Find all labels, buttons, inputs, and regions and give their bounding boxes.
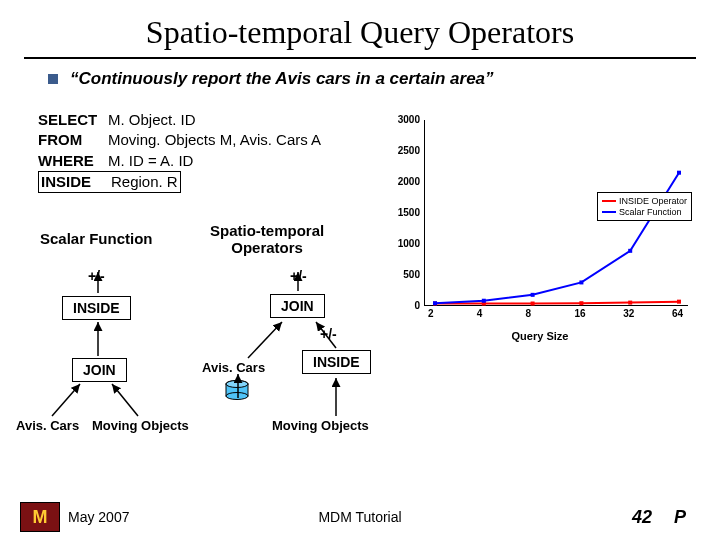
sql-block: SELECTM. Object. ID FROMMoving. Objects … <box>38 110 321 193</box>
xtick: 64 <box>672 308 683 319</box>
legend-swatch-1 <box>602 200 616 202</box>
svg-rect-15 <box>531 302 535 306</box>
svg-rect-18 <box>677 300 681 304</box>
ytick: 2000 <box>392 176 420 187</box>
purdue-logo-icon: P <box>660 502 700 532</box>
xtick: 8 <box>526 308 532 319</box>
svg-rect-16 <box>579 301 583 305</box>
svg-point-2 <box>226 393 248 400</box>
ytick: 0 <box>392 300 420 311</box>
ytick: 3000 <box>392 114 420 125</box>
footer-right: 42 P <box>632 502 700 532</box>
slide-footer: M May 2007 MDM Tutorial 42 P <box>0 502 720 532</box>
kw-where: WHERE <box>38 151 108 171</box>
sto-title-l1: Spatio-temporal <box>210 222 324 239</box>
svg-rect-22 <box>579 280 583 284</box>
svg-line-7 <box>112 384 138 416</box>
svg-line-6 <box>52 384 80 416</box>
sto-title-l2: Operators <box>231 239 303 256</box>
line-chart: Tuples in the Pipeline INSIDE Operator S… <box>380 112 700 342</box>
t2-inside-box: INSIDE <box>302 350 371 374</box>
t2-pm2: +/- <box>320 326 337 342</box>
bullet-icon <box>48 74 58 84</box>
t1-inside-box: INSIDE <box>62 296 131 320</box>
subtitle-row: “Continuously report the Avis cars in a … <box>48 69 720 89</box>
title-divider <box>24 57 696 59</box>
kw-select: SELECT <box>38 110 108 130</box>
t1-pm: +/- <box>88 268 105 284</box>
legend-swatch-2 <box>602 211 616 213</box>
kw-inside: INSIDE <box>41 172 111 192</box>
footer-date: May 2007 <box>68 509 129 525</box>
chart-xlabel: Query Size <box>380 330 700 342</box>
t2-moving: Moving Objects <box>272 418 369 433</box>
svg-line-9 <box>248 322 282 358</box>
cylinder-icon <box>224 380 250 400</box>
chart-legend: INSIDE Operator Scalar Function <box>597 192 692 221</box>
t1-avis: Avis. Cars <box>16 418 79 433</box>
t2-join-box: JOIN <box>270 294 325 318</box>
ytick: 1500 <box>392 207 420 218</box>
svg-rect-23 <box>628 249 632 253</box>
ytick: 1000 <box>392 238 420 249</box>
sto-title: Spatio-temporal Operators <box>210 222 324 257</box>
kw-from: FROM <box>38 130 108 150</box>
umn-logo-icon: M <box>20 502 60 532</box>
xtick: 4 <box>477 308 483 319</box>
sql-highlight-row: INSIDERegion. R <box>38 171 181 193</box>
svg-rect-21 <box>531 293 535 297</box>
t2-avis: Avis. Cars <box>202 360 265 375</box>
svg-rect-17 <box>628 301 632 305</box>
legend-row-1: INSIDE Operator <box>602 196 687 206</box>
footer-center: MDM Tutorial <box>318 509 401 525</box>
chart-plot-area: INSIDE Operator Scalar Function <box>424 120 688 306</box>
svg-rect-19 <box>433 301 437 305</box>
ytick: 500 <box>392 269 420 280</box>
footer-left: M May 2007 <box>20 502 129 532</box>
svg-rect-24 <box>677 171 681 175</box>
val-select: M. Object. ID <box>108 111 196 128</box>
subtitle-text: “Continuously report the Avis cars in a … <box>70 69 494 89</box>
t1-join-box: JOIN <box>72 358 127 382</box>
t1-moving: Moving Objects <box>92 418 189 433</box>
t2-pm1: +/- <box>290 268 307 284</box>
val-where: M. ID = A. ID <box>108 152 193 169</box>
legend-label-2: Scalar Function <box>619 207 682 217</box>
xtick: 32 <box>623 308 634 319</box>
legend-label-1: INSIDE Operator <box>619 196 687 206</box>
svg-point-3 <box>226 381 248 388</box>
legend-row-2: Scalar Function <box>602 207 687 217</box>
xtick: 16 <box>574 308 585 319</box>
slide-title: Spatio-temporal Query Operators <box>0 14 720 51</box>
page-number: 42 <box>632 507 652 528</box>
val-inside: Region. R <box>111 173 178 190</box>
xtick: 2 <box>428 308 434 319</box>
ytick: 2500 <box>392 145 420 156</box>
svg-rect-20 <box>482 299 486 303</box>
scalar-fn-title: Scalar Function <box>40 230 153 247</box>
val-from: Moving. Objects M, Avis. Cars A <box>108 131 321 148</box>
